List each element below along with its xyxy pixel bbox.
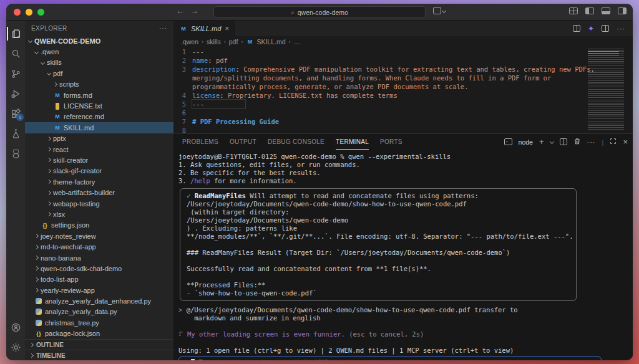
tree-item-skill-md[interactable]: MSKILL.md — [25, 122, 173, 133]
tree-item-license-txt[interactable]: LICENSE.txt — [25, 100, 173, 111]
new-terminal-icon[interactable]: + — [539, 137, 544, 146]
section-label: OUTLINE — [36, 342, 64, 348]
editor-more-actions-icon[interactable]: ··· — [617, 25, 625, 32]
kill-terminal-icon[interactable] — [573, 137, 581, 146]
testing-icon[interactable] — [7, 124, 24, 143]
code-line: programmatically process, generate, or a… — [173, 82, 633, 91]
breadcrumb-separator-icon: › — [224, 39, 226, 45]
tree-item-xlsx[interactable]: xlsx — [25, 209, 173, 219]
text-segment: Will attempt to read and concatenate fil… — [246, 192, 479, 199]
tree-item--qwen[interactable]: .qwen — [25, 46, 173, 57]
section-outline[interactable]: OUTLINE — [25, 339, 173, 350]
panel-tab-output[interactable]: OUTPUT — [230, 134, 256, 150]
input-prompt: > — [183, 358, 187, 360]
tree-item-scripts[interactable]: scripts — [25, 79, 173, 90]
source-control-icon[interactable] — [7, 64, 24, 83]
section-timeline[interactable]: TIMELINE — [25, 350, 173, 360]
panel-tab-terminal[interactable]: TERMINAL — [336, 134, 369, 150]
tree-item-pdf[interactable]: pdf — [25, 68, 173, 79]
panel-tab-problems[interactable]: PROBLEMS — [182, 134, 218, 150]
open-preview-icon[interactable] — [573, 25, 580, 32]
breadcrumb-item[interactable]: .qwen — [181, 38, 198, 46]
run-debug-icon[interactable] — [7, 84, 24, 103]
tree-item-yearly-review-app[interactable]: yearly-review-app — [25, 285, 173, 295]
tree-item-label: theme-factory — [53, 178, 95, 186]
close-window-button[interactable] — [14, 9, 21, 16]
tree-item-label: analyze_yearly_data_enhanced.py — [45, 297, 151, 305]
minimize-window-button[interactable] — [26, 9, 32, 16]
tab-skill-md[interactable]: M SKILL.md × — [173, 21, 236, 36]
tree-item-skill-creator[interactable]: skill-creator — [25, 155, 173, 165]
search-value: qwen-code-demo — [298, 9, 348, 16]
text-segment: merging/splitting documents, and handlin… — [192, 74, 551, 82]
terminal-line: 3. /help for more information. — [178, 177, 628, 185]
panel-tab-debug-console[interactable]: DEBUG CONSOLE — [268, 134, 324, 150]
tree-item-joey-notes-review[interactable]: joey-notes_review — [25, 231, 173, 241]
python-extension-icon[interactable] — [7, 144, 24, 163]
breadcrumb-item[interactable]: SKILL.md — [256, 38, 285, 46]
code-editor[interactable]: 1---2name: pdf3description: Comprehensiv… — [173, 47, 633, 133]
ai-sparkle-icon[interactable]: ✦ — [588, 24, 594, 33]
breadcrumb[interactable]: .qwen›skills›pdf›MSKILL.md›… — [173, 36, 633, 47]
breadcrumb-item[interactable]: … — [294, 38, 301, 46]
extensions-icon[interactable]: 1 — [7, 104, 24, 123]
tree-item-christmas-tree-py[interactable]: christmas_tree.py — [25, 317, 173, 328]
tree-item-md-to-wechat-app[interactable]: md-to-wechat-app — [25, 241, 173, 252]
tree-item-todo-list-app[interactable]: todo-list-app — [25, 274, 173, 285]
customize-layout-icon[interactable] — [569, 7, 578, 14]
explorer-icon[interactable] — [7, 24, 24, 43]
python-file-icon — [36, 320, 42, 326]
markdown-file-icon: M — [54, 113, 61, 120]
tree-item-nano-banana[interactable]: nano-banana — [25, 252, 173, 263]
tree-item-analyze-yearly-data-py[interactable]: analyze_yearly_data.py — [25, 307, 173, 317]
tree-item-reference-md[interactable]: Mreference.md — [25, 112, 173, 122]
explorer-more-actions-icon[interactable]: ··· — [159, 25, 167, 32]
tree-item-label: christmas_tree.py — [45, 319, 99, 327]
panel-tab-ports[interactable]: PORTS — [380, 134, 402, 150]
tree-item-slack-gif-creator[interactable]: slack-gif-creator — [25, 166, 173, 176]
tree-item-settings-json[interactable]: {}settings.json — [25, 220, 173, 231]
terminal-output[interactable]: joeytoday@B-F1YTQ6LT-0125 qwen-code-demo… — [173, 150, 633, 360]
copilot-menu[interactable] — [433, 7, 446, 14]
message-input[interactable]: > Type your message or @path/to/file — [178, 357, 602, 360]
split-terminal-icon[interactable] — [560, 138, 567, 145]
tree-item-pptx[interactable]: pptx — [25, 133, 173, 144]
close-tab-icon[interactable]: × — [225, 24, 229, 33]
tree-item-qwen-code-sdk-chat-demo[interactable]: qwen-code-sdk-chat-demo — [25, 263, 173, 274]
terminal-dropdown-icon[interactable] — [550, 140, 554, 144]
tree-item-skills[interactable]: skills — [25, 57, 173, 68]
tree-item-qwen-code-demo[interactable]: QWEN-CODE-DEMO — [25, 36, 173, 46]
tree-item-web-artifacts-builder[interactable]: web-artifacts-builder — [25, 187, 173, 198]
account-icon[interactable] — [7, 318, 24, 337]
breadcrumb-item[interactable]: pdf — [229, 38, 238, 46]
tree-item-theme-factory[interactable]: theme-factory — [25, 176, 173, 187]
terminal-line: ✓ ReadManyFiles Will attempt to read and… — [187, 192, 570, 200]
tree-item-react[interactable]: react — [25, 144, 173, 155]
toggle-primary-sidebar-icon[interactable] — [585, 7, 594, 14]
settings-gear-icon[interactable] — [7, 338, 24, 357]
tree-item-webapp-testing[interactable]: webapp-testing — [25, 198, 173, 209]
maximize-panel-icon[interactable] — [610, 138, 617, 146]
maximize-window-button[interactable] — [37, 9, 44, 16]
code-text: license: Proprietary. LICENSE.txt has co… — [192, 91, 439, 100]
text-segment: **/node_modules/**`, `**/.git/**...`. Fi… — [187, 232, 573, 240]
terminal-shell-label[interactable]: node — [519, 138, 533, 146]
minimap[interactable] — [588, 49, 624, 130]
search-sidebar-icon[interactable] — [7, 44, 24, 63]
tree-item-analyze-yearly-data-enhanced-py[interactable]: analyze_yearly_data_enhanced.py — [25, 295, 173, 306]
tree-item-forms-md[interactable]: Mforms.md — [25, 90, 173, 100]
forward-icon[interactable]: → — [190, 6, 198, 16]
terminal-line — [178, 338, 628, 347]
breadcrumb-item[interactable]: skills — [207, 38, 221, 46]
toggle-secondary-sidebar-icon[interactable] — [618, 7, 627, 14]
tree-item-package-lock-json[interactable]: {}package-lock.json — [25, 328, 173, 339]
text-segment: @/Users/joeytoday/Documents/qwen-code-de… — [187, 306, 518, 314]
close-panel-icon[interactable]: × — [623, 137, 628, 146]
text-segment: pdf — [216, 57, 228, 64]
split-editor-icon[interactable] — [602, 25, 609, 32]
command-center-search[interactable]: ⌕ qwen-code-demo — [213, 6, 426, 18]
panel-more-actions-icon[interactable]: ··· — [587, 138, 596, 146]
toggle-panel-icon[interactable] — [602, 7, 610, 14]
breadcrumb-separator-icon: › — [289, 39, 291, 45]
back-icon[interactable]: ← — [176, 6, 184, 16]
